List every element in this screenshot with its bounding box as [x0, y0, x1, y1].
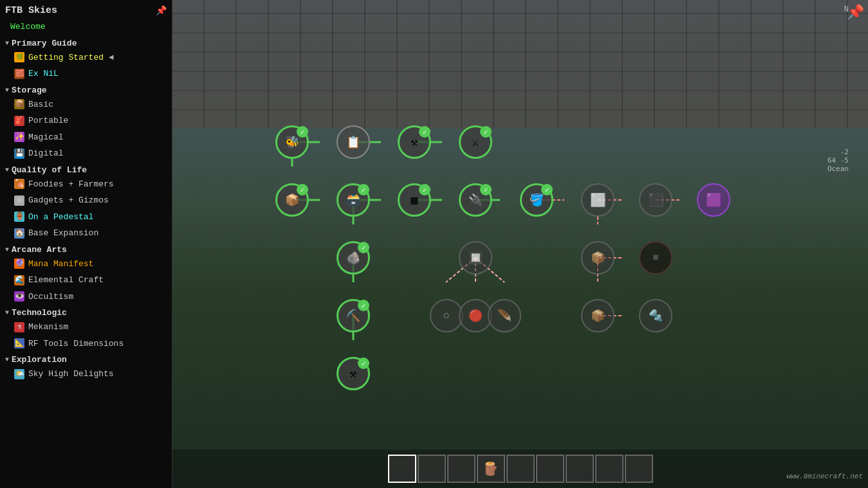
sidebar-category-qol[interactable]: ▼ Quality of Life	[0, 162, 172, 176]
quest-node-chest3[interactable]: 📦	[581, 299, 614, 332]
welcome-label: Welcome	[10, 21, 46, 33]
sidebar-category-primary[interactable]: ▼ Primary Guide	[0, 35, 172, 50]
quest-node-ingots[interactable]: 🔩	[639, 299, 672, 332]
item-label: RF Tools Dimensions	[28, 338, 124, 350]
checkmark: ✓	[480, 184, 492, 195]
checkmark: ✓	[419, 184, 430, 195]
quest-node-sign[interactable]: 📋	[337, 125, 370, 159]
triangle-icon: ▼	[5, 356, 9, 363]
quest-node-chest-wood[interactable]: 📦 ✓	[275, 183, 309, 217]
app-title: FTB Skies	[5, 5, 57, 16]
sidebar-category-storage[interactable]: ▼ Storage	[0, 82, 172, 96]
hotbar-slot-7[interactable]	[566, 455, 594, 483]
quest-node-dark-cube[interactable]: ⬛	[639, 183, 672, 217]
base-icon: 🏠	[14, 228, 24, 239]
pouch-icon: 🎒	[14, 116, 24, 126]
arrow-icon: ◄	[109, 51, 114, 64]
quest-node-bee[interactable]: 🐝 ✓	[275, 125, 309, 159]
quest-connections	[211, 26, 694, 437]
sidebar-category-tech[interactable]: ▼ Technologic	[0, 305, 172, 319]
item-label: On a Pedestal	[28, 211, 93, 224]
sidebar-item-sky-high[interactable]: 🌤️ Sky High Delights	[0, 366, 172, 383]
node-item: ⬛	[645, 190, 666, 210]
hotbar-slot-6[interactable]	[536, 455, 564, 483]
node-item: 📦	[587, 248, 608, 268]
sidebar-item-base-expansion[interactable]: 🏠 Base Expansion	[0, 225, 172, 242]
exnil-icon: 🧱	[14, 69, 24, 79]
magic-icon: ✨	[14, 132, 24, 142]
node-item: 🟪	[703, 190, 724, 210]
quest-node-crafting[interactable]: 🔲	[459, 241, 492, 275]
node-item: ■	[645, 248, 666, 268]
item-label: Sky High Delights	[28, 368, 114, 381]
sidebar-welcome[interactable]: Welcome	[0, 19, 172, 35]
hotbar-slot-3[interactable]	[447, 455, 476, 483]
sidebar-category-exploration[interactable]: ▼ Exploration	[0, 352, 172, 366]
triangle-icon: ▼	[5, 87, 9, 94]
coordinates: -2 64 -5 Ocean	[827, 148, 849, 173]
category-label: Quality of Life	[12, 165, 87, 175]
quest-node-cable[interactable]: 🔌 ✓	[459, 183, 492, 217]
gadget-icon: ⚙️	[14, 195, 24, 206]
sidebar-item-digital[interactable]: 💾 Digital	[0, 145, 172, 162]
quest-node-cube-outline[interactable]: ⬜	[581, 183, 614, 217]
sidebar-title: FTB Skies 📌	[0, 3, 172, 19]
sidebar-item-pedestal[interactable]: 🏺 On a Pedestal	[0, 209, 172, 226]
triangle-icon: ▼	[5, 246, 9, 253]
sidebar-item-foodies[interactable]: 🍖 Foodies + Farmers	[0, 176, 172, 193]
hotbar-slot-9[interactable]	[625, 455, 653, 483]
item-label: Gadgets + Gizmos	[28, 194, 109, 207]
quest-node-chest-iron[interactable]: 🗃️ ✓	[337, 183, 370, 217]
hotbar-slot-8[interactable]	[595, 455, 623, 483]
quest-node-anvil[interactable]: ⚒️ ✓	[337, 357, 370, 390]
quest-node-stone[interactable]: 🪨 ✓	[337, 241, 370, 275]
quest-node-grid[interactable]: ▦ ✓	[398, 183, 431, 217]
quest-node-purple-cube[interactable]: 🟪	[697, 183, 730, 217]
category-label: Exploration	[12, 355, 67, 365]
item-label: Elemental Craft	[28, 274, 104, 287]
item-label: Mekanism	[28, 321, 68, 334]
sidebar-item-portable[interactable]: 🎒 Portable	[0, 113, 172, 129]
category-label: Storage	[12, 86, 47, 95]
sidebar-category-arcane[interactable]: ▼ Arcane Arts	[0, 242, 172, 256]
sidebar-item-exnil[interactable]: 🧱 Ex NiL	[0, 66, 172, 82]
checkmark: ✓	[358, 242, 369, 253]
hotbar-slot-1[interactable]	[388, 455, 416, 483]
quest-node-feather[interactable]: 🪶	[488, 299, 521, 332]
item-label: Mana Manifest	[28, 258, 93, 271]
sidebar: FTB Skies 📌 Welcome ▼ Primary Guide 🌿 Ge…	[0, 0, 172, 488]
main-area: 🐝 ✓ 📋 ⚒️ ✓ ⚔️ ✓ 📦 ✓ 🗃️ ✓ ▦ ✓ 🔌 ✓	[172, 0, 868, 488]
pin-icon[interactable]: 📌	[156, 5, 167, 16]
node-item: 📋	[343, 132, 364, 152]
quest-node-chest2[interactable]: 📦	[581, 241, 614, 275]
sidebar-item-mekanism[interactable]: ⚗️ Mekanism	[0, 319, 172, 336]
sidebar-item-gadgets[interactable]: ⚙️ Gadgets + Gizmos	[0, 192, 172, 209]
checkmark: ✓	[358, 357, 369, 369]
biome: Ocean	[827, 165, 849, 173]
quest-node-tools[interactable]: ⚒️ ✓	[398, 125, 431, 159]
coord-yz: 64 -5	[827, 156, 849, 165]
sidebar-item-elemental[interactable]: 🌊 Elemental Craft	[0, 272, 172, 289]
hotbar-slot-5[interactable]	[506, 455, 535, 483]
hotbar-slot-4[interactable]: 🪵	[477, 455, 505, 483]
mana-icon: 🔮	[14, 258, 24, 269]
sidebar-item-getting-started[interactable]: 🌿 Getting Started ◄	[0, 50, 172, 66]
quest-node-pick[interactable]: ⛏️ ✓	[337, 299, 370, 332]
quest-node-dark-matter[interactable]: ■	[639, 241, 672, 275]
sidebar-item-occultism[interactable]: 👁️ Occultism	[0, 289, 172, 305]
node-item: 📦	[587, 305, 608, 326]
quest-area: 🐝 ✓ 📋 ⚒️ ✓ ⚔️ ✓ 📦 ✓ 🗃️ ✓ ▦ ✓ 🔌 ✓	[211, 26, 694, 437]
quest-node-sword[interactable]: ⚔️ ✓	[459, 125, 492, 159]
sidebar-item-magical[interactable]: ✨ Magical	[0, 129, 172, 146]
category-label: Arcane Arts	[12, 245, 67, 255]
elemental-icon: 🌊	[14, 275, 24, 285]
sidebar-item-rf-tools[interactable]: 📐 RF Tools Dimensions	[0, 336, 172, 352]
node-item: 🔲	[465, 248, 486, 268]
sidebar-item-mana[interactable]: 🔮 Mana Manifest	[0, 256, 172, 273]
hotbar-slot-2[interactable]	[418, 455, 446, 483]
node-item: ○	[436, 305, 457, 326]
bee-icon: 🌿	[14, 52, 24, 62]
food-icon: 🍖	[14, 179, 24, 189]
sidebar-item-basic[interactable]: 📦 Basic	[0, 96, 172, 113]
quest-node-barrel[interactable]: 🪣 ✓	[520, 183, 553, 217]
